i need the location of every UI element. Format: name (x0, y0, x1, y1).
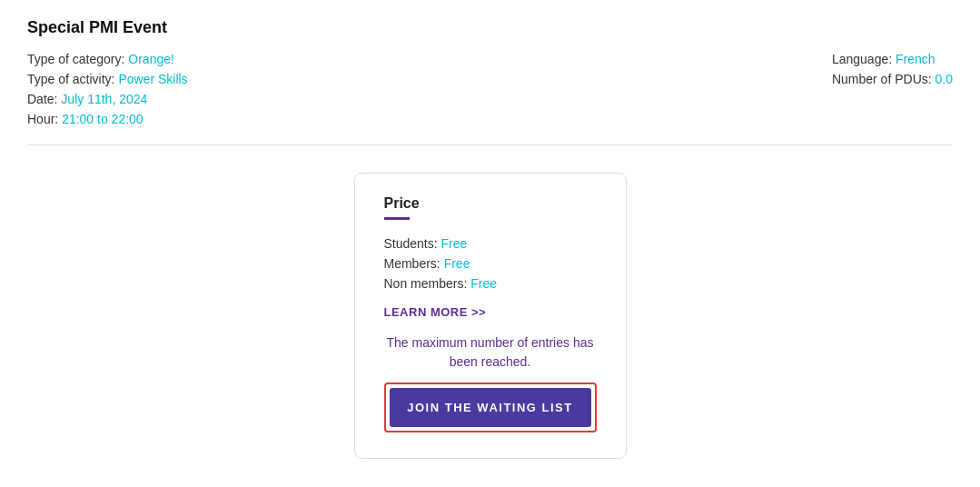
section-divider (27, 144, 953, 145)
category-value: Orange! (128, 52, 174, 66)
date-value-text: July 11th, 2024 (61, 92, 147, 106)
activity-value: Power Skills (118, 72, 187, 86)
card-wrapper: Price Students: Free Members: Free Non m… (27, 173, 953, 459)
date-label: Date: (27, 92, 57, 106)
price-card: Price Students: Free Members: Free Non m… (354, 173, 627, 459)
language-row: Language: French (832, 52, 953, 66)
pdus-value-text: 0.0 (935, 72, 953, 86)
purple-underline (384, 217, 410, 220)
meta-section: Type of category: Orange! Type of activi… (27, 52, 953, 126)
meta-left: Type of category: Orange! Type of activi… (27, 52, 188, 126)
hour-row: Hour: 21:00 to 22:00 (27, 112, 188, 126)
pdus-row: Number of PDUs: 0.0 (832, 72, 953, 86)
page-title: Special PMI Event (27, 18, 953, 37)
non-members-row: Non members: Free (384, 276, 597, 291)
students-label: Students: (384, 236, 438, 251)
pdus-label: Number of PDUs: (832, 72, 932, 86)
non-members-label: Non members: (384, 276, 468, 291)
activity-row: Type of activity: Power Skills (27, 72, 188, 86)
non-members-value-text: Free (470, 276, 497, 291)
date-row: Date: July 11th, 2024 (27, 92, 188, 106)
category-label: Type of category: (27, 52, 124, 66)
category-row: Type of category: Orange! (27, 52, 188, 66)
max-entries-message: The maximum number of entries has been r… (384, 333, 597, 372)
members-label: Members: (384, 256, 441, 271)
students-value-text: Free (441, 236, 468, 251)
members-value-text: Free (444, 256, 470, 271)
students-row: Students: Free (384, 236, 597, 251)
meta-right: Language: French Number of PDUs: 0.0 (832, 52, 953, 126)
hour-label: Hour: (27, 112, 58, 126)
learn-more-link[interactable]: LEARN MORE >> (384, 305, 487, 319)
activity-label: Type of activity: (27, 72, 114, 86)
language-label: Language: (832, 52, 892, 66)
members-row: Members: Free (384, 256, 597, 271)
hour-value-text: 21:00 to 22:00 (62, 112, 144, 126)
join-waiting-list-button[interactable]: JOIN THE WAITING LIST (390, 388, 591, 427)
price-card-title: Price (384, 195, 597, 212)
waiting-list-btn-wrapper: JOIN THE WAITING LIST (384, 383, 597, 432)
language-value-text: French (896, 52, 935, 66)
